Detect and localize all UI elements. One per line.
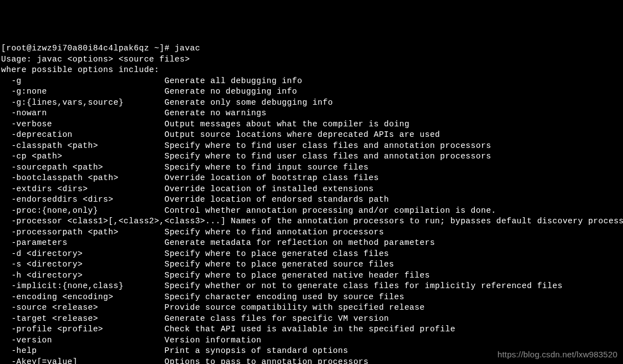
terminal-output: [root@izwz9i70a80i84c4lpak6qz ~]# javac … xyxy=(0,43,623,364)
watermark-text: https://blog.csdn.net/lxw983520 xyxy=(498,349,617,360)
